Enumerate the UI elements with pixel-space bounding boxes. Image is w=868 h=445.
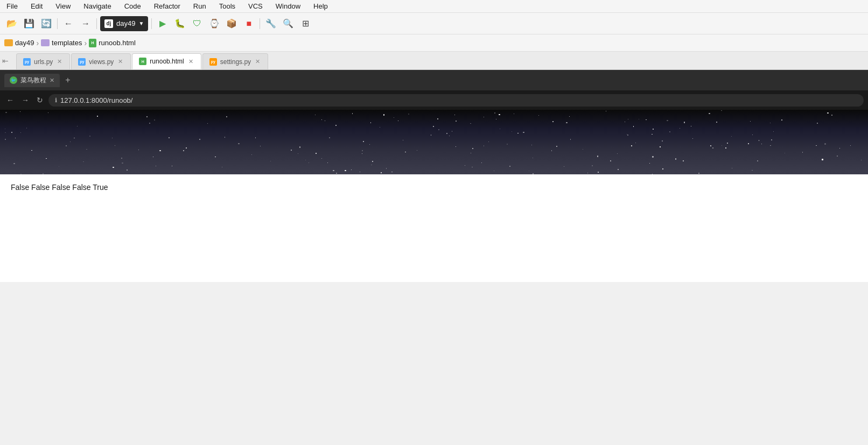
search-button[interactable]: 🔍 [281,16,296,31]
browser-new-tab-button[interactable]: + [62,74,74,86]
browser-favicon: 🐦 [10,76,17,84]
tab-views-label: views.py [89,58,114,66]
content-area: 🐦 菜鸟教程 ✕ + ← → ↻ ℹ 127.0.0.1:8000/runoob… [0,70,868,445]
django-icon: dj [104,19,113,28]
tab-runoob-label: runoob.html [150,58,184,65]
browser-chrome: 🐦 菜鸟教程 ✕ + [0,70,868,90]
menu-code[interactable]: Code [122,1,143,11]
py-icon: py [23,58,31,66]
browser-forward-button[interactable]: → [19,94,31,107]
breadcrumb-sep-2: › [84,39,87,47]
tab-runoob-close[interactable]: ✕ [187,58,194,66]
breadcrumb-templates[interactable]: templates [41,39,82,47]
separator-4 [260,18,260,29]
separator-1 [57,18,58,29]
pin-button[interactable]: ⇤ [2,56,9,65]
menu-help[interactable]: Help [311,1,330,11]
menu-tools[interactable]: Tools [217,1,237,11]
folder-purple-icon [41,39,50,46]
folder-icon [4,39,13,46]
menu-window[interactable]: Window [274,1,303,11]
toolbar: 📂 💾 🔄 ← → dj day49 ▼ ▶ 🐛 🛡 ⌚ 📦 ■ 🔧 🔍 ⊞ [0,13,868,34]
debug-button[interactable]: 🐛 [172,16,187,31]
browser-nav-bar: ← → ↻ ℹ 127.0.0.1:8000/runoob/ [0,90,868,110]
breadcrumb-day49[interactable]: day49 [4,39,34,47]
breadcrumb-runoob[interactable]: H runoob.html [89,39,136,47]
run-button[interactable]: ▶ [155,16,170,31]
menu-navigate[interactable]: Navigate [81,1,113,11]
menu-file[interactable]: File [4,1,20,11]
browser-tab-close-button[interactable]: ✕ [50,77,54,84]
browser-back-button[interactable]: ← [4,94,16,107]
html-icon: H [139,58,146,65]
dropdown-arrow-icon: ▼ [138,20,144,26]
git-button[interactable]: ⊞ [298,16,313,31]
stars-decoration [0,110,868,174]
url-text: 127.0.0.1:8000/runoob/ [60,96,132,104]
project-name: day49 [116,19,135,27]
browser-tab-runoob[interactable]: 🐦 菜鸟教程 ✕ [4,74,60,87]
browser-refresh-button[interactable]: ↻ [34,94,45,107]
sync-button[interactable]: 🔄 [39,16,54,31]
tab-settings[interactable]: py settings.py ✕ [202,53,268,69]
breadcrumb-sep-1: › [36,39,39,47]
browser-content: False False False False True [0,174,868,282]
tab-views-close[interactable]: ✕ [117,58,124,66]
save-button[interactable]: 💾 [22,16,37,31]
profile-button[interactable]: ⌚ [207,16,222,31]
tab-runoob[interactable]: H runoob.html ✕ [132,53,201,69]
breadcrumb: day49 › templates › H runoob.html [0,34,868,52]
forward-button[interactable]: → [78,16,93,31]
galaxy-banner [0,110,868,174]
separator-3 [151,18,152,29]
breadcrumb-templates-label: templates [52,39,82,47]
lock-icon: ℹ [55,97,57,104]
menu-refactor[interactable]: Refactor [152,1,183,11]
menu-vcs[interactable]: VCS [246,1,265,11]
settings-button[interactable]: 🔧 [263,16,278,31]
back-button[interactable]: ← [61,16,76,31]
tab-views[interactable]: py views.py ✕ [71,53,131,69]
stop-button[interactable]: ■ [241,16,256,31]
separator-2 [96,18,97,29]
browser-tab-area: 🐦 菜鸟教程 ✕ + [4,74,74,87]
address-bar[interactable]: ℹ 127.0.0.1:8000/runoob/ [48,94,864,107]
menu-run[interactable]: Run [191,1,208,11]
py-icon: py [78,58,86,66]
open-folder-button[interactable]: 📂 [4,16,19,31]
project-selector[interactable]: dj day49 ▼ [100,16,148,31]
browser-container: 🐦 菜鸟教程 ✕ + ← → ↻ ℹ 127.0.0.1:8000/runoob… [0,70,868,282]
browser-tab-title: 菜鸟教程 [20,76,46,85]
menu-edit[interactable]: Edit [29,1,45,11]
tabs-bar: ⇤ py urls.py ✕ py views.py ✕ H runoob.ht… [0,52,868,70]
menu-bar: File Edit View Navigate Code Refactor Ru… [0,0,868,13]
breadcrumb-day49-label: day49 [15,39,34,47]
breadcrumb-runoob-label: runoob.html [99,39,136,47]
tab-urls-label: urls.py [34,58,53,66]
menu-view[interactable]: View [53,1,73,11]
page-output-text: False False False False True [11,183,108,192]
settings-icon: py [209,58,217,66]
tab-urls-close[interactable]: ✕ [56,58,63,66]
coverage-button[interactable]: 🛡 [190,16,205,31]
html-file-icon: H [89,39,96,47]
tab-settings-label: settings.py [220,58,251,66]
tab-urls[interactable]: py urls.py ✕ [16,53,70,69]
tab-settings-close[interactable]: ✕ [254,58,261,66]
app-window: File Edit View Navigate Code Refactor Ru… [0,0,868,445]
build-button[interactable]: 📦 [224,16,239,31]
